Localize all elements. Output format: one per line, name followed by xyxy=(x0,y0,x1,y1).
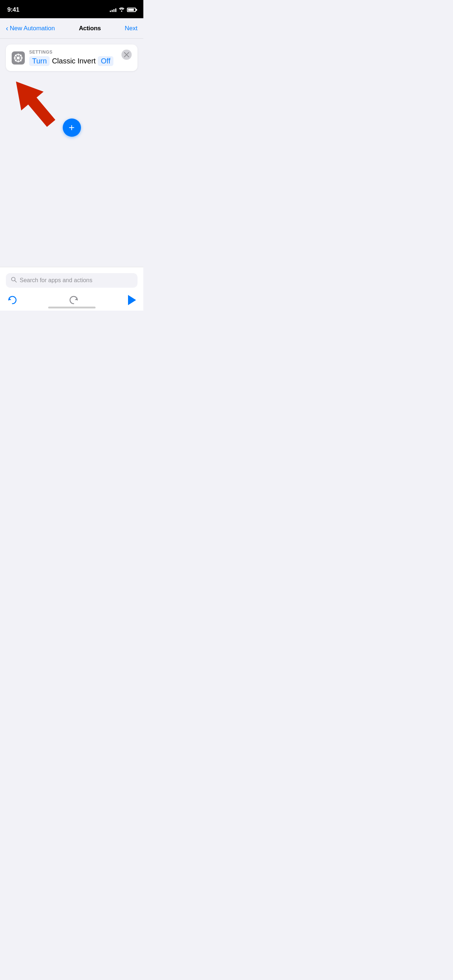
action-category: SETTINGS xyxy=(29,49,121,55)
off-token[interactable]: Off xyxy=(98,56,113,66)
bottom-panel: Search for apps and actions xyxy=(0,267,144,310)
status-bar: 9:41 xyxy=(0,0,144,18)
next-button[interactable]: Next xyxy=(125,25,137,32)
status-icons xyxy=(110,7,136,13)
page-title: Actions xyxy=(79,25,100,32)
action-row: Turn Classic Invert Off xyxy=(29,56,121,66)
main-content: SETTINGS Turn Classic Invert Off xyxy=(0,39,144,267)
action-name: Classic Invert xyxy=(52,57,96,65)
annotation-arrow xyxy=(8,72,59,135)
turn-token[interactable]: Turn xyxy=(29,56,49,66)
add-action-button[interactable]: + xyxy=(63,118,81,137)
svg-marker-14 xyxy=(8,72,59,133)
nav-bar: ‹ New Automation Actions Next xyxy=(0,18,144,39)
battery-icon xyxy=(127,8,136,12)
back-button[interactable]: ‹ New Automation xyxy=(6,25,55,32)
search-bar[interactable]: Search for apps and actions xyxy=(6,273,137,288)
redo-button[interactable] xyxy=(67,293,80,307)
status-time: 9:41 xyxy=(7,6,19,13)
settings-icon xyxy=(12,51,25,65)
undo-button[interactable] xyxy=(6,293,19,307)
plus-icon: + xyxy=(69,123,74,133)
home-indicator xyxy=(48,307,96,309)
back-label: New Automation xyxy=(10,25,55,32)
signal-icon xyxy=(110,8,116,12)
search-icon xyxy=(11,277,17,284)
close-button[interactable] xyxy=(121,49,132,60)
svg-point-0 xyxy=(121,11,123,12)
svg-line-16 xyxy=(15,281,17,283)
run-button[interactable] xyxy=(128,295,136,305)
svg-point-3 xyxy=(17,57,20,59)
chevron-left-icon: ‹ xyxy=(6,24,8,32)
wifi-icon xyxy=(118,7,125,13)
action-card: SETTINGS Turn Classic Invert Off xyxy=(6,45,137,71)
search-placeholder: Search for apps and actions xyxy=(20,277,92,284)
